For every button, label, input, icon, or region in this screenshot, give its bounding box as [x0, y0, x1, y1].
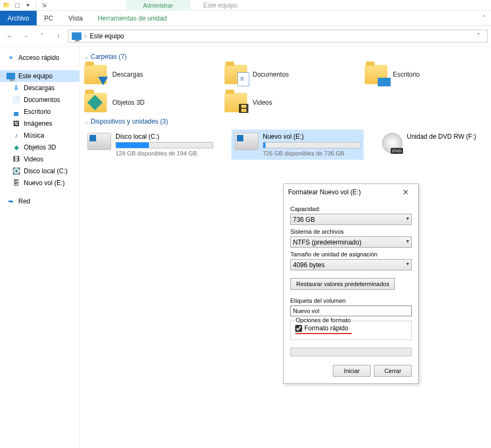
nav-network[interactable]: ➥ Red [0, 195, 79, 207]
drive-c-usage-bar [115, 142, 213, 148]
folder-downloads-icon [84, 65, 107, 84]
nav-desktop[interactable]: ▄ Escritorio [0, 106, 79, 118]
dialog-title: Formatear Nuevo vol (E:) [288, 188, 361, 196]
nav-documents[interactable]: 📄 Documentos [0, 94, 79, 106]
folder-objects3d-icon [84, 93, 107, 112]
folder-desktop[interactable]: Escritorio [365, 65, 483, 84]
capacity-label: Capacidad: [290, 206, 412, 212]
folder-videos-label: Videos [253, 99, 272, 106]
nav-this-pc-label: Este equipo [18, 72, 52, 80]
allocation-value: 4096 bytes [293, 261, 325, 269]
nav-documents-label: Documentos [24, 96, 60, 104]
format-dialog: Formatear Nuevo vol (E:) ✕ Capacidad: 73… [283, 184, 419, 384]
start-button[interactable]: Iniciar [333, 365, 371, 377]
capacity-value: 736 GB [293, 216, 315, 223]
group-drives-label: Dispositivos y unidades (3) [91, 118, 168, 125]
nav-this-pc[interactable]: Este equipo [0, 70, 79, 82]
close-button[interactable]: ✕ [398, 188, 414, 196]
tab-file[interactable]: Archivo [0, 11, 37, 25]
format-options-legend: Opciones de formato [294, 317, 352, 323]
quick-format-checkbox[interactable] [295, 325, 302, 332]
nav-up-button[interactable]: ↑ [52, 30, 65, 43]
close-dialog-button[interactable]: Cerrar [374, 365, 412, 377]
annotation-underline [295, 333, 352, 334]
chevron-right-icon[interactable]: › [85, 33, 86, 39]
music-icon: ♪ [12, 131, 21, 140]
qat-showcommands-icon[interactable]: ⇲ [39, 1, 48, 10]
breadcrumb-this-pc[interactable]: Este equipo [90, 32, 124, 40]
address-bar[interactable]: › Este equipo ˅ [68, 30, 488, 43]
drive-c[interactable]: Disco local (C:) 128 GB disponibles de 1… [84, 130, 216, 160]
group-folders-header[interactable]: ⌄ Carpetas (7) [84, 53, 487, 60]
tab-pc[interactable]: PC [37, 11, 61, 25]
nav-network-label: Red [18, 198, 30, 205]
qat-folder-icon: 📁 [2, 1, 11, 10]
document-icon: 📄 [12, 96, 21, 104]
desktop-icon: ▄ [12, 107, 21, 116]
nav-downloads[interactable]: ⇩ Descargas [0, 82, 79, 94]
ribbon-collapse-icon[interactable]: ˄ [477, 11, 491, 25]
nav-videos-label: Videos [24, 155, 43, 163]
nav-objects3d[interactable]: ◆ Objetos 3D [0, 141, 79, 153]
nav-videos[interactable]: 🎞 Videos [0, 153, 79, 165]
drive-e[interactable]: Nuevo vol (E:) 726 GB disponibles de 736… [231, 130, 364, 160]
folder-objects3d[interactable]: Objetos 3D [84, 93, 203, 112]
nav-vol-e-label: Nuevo vol (E:) [24, 179, 65, 187]
tab-drive-tools[interactable]: Herramientas de unidad [90, 11, 174, 25]
drive-c-freespace: 128 GB disponibles de 194 GB [115, 150, 213, 157]
capacity-combo[interactable]: 736 GB [290, 214, 412, 225]
drive-dvd-name: Unidad de DVD RW (F:) [407, 133, 483, 140]
nav-quick-access[interactable]: ✶ Acceso rápido [0, 52, 79, 64]
address-row: ← → ˅ ↑ › Este equipo ˅ [0, 26, 491, 46]
restore-defaults-button[interactable]: Restaurar valores predeterminados [290, 278, 395, 290]
folder-documents-icon [224, 65, 247, 84]
allocation-label: Tamaño de unidad de asignación [290, 251, 412, 257]
folder-videos[interactable]: Videos [224, 93, 343, 112]
drive-icon: 💽 [12, 167, 21, 175]
drive-icon: 🗄 [12, 179, 21, 187]
ribbon-tabs: Archivo PC Vista Herramientas de unidad … [0, 11, 491, 26]
download-icon: ⇩ [12, 84, 21, 92]
hdd-icon [235, 133, 258, 150]
star-icon: ✶ [6, 53, 15, 62]
filesystem-combo[interactable]: NTFS (predeterminado) [290, 236, 412, 248]
group-drives-header[interactable]: ⌄ Dispositivos y unidades (3) [84, 118, 487, 125]
ribbon-context-title: Administrar [126, 0, 190, 11]
hdd-icon [87, 133, 111, 150]
nav-forward-button[interactable]: → [19, 30, 32, 43]
chevron-down-icon: ⌄ [84, 119, 88, 125]
volume-label-label: Etiqueta del volumen [290, 297, 412, 304]
folder-desktop-label: Escritorio [393, 71, 420, 78]
address-dropdown-icon[interactable]: ˅ [473, 32, 484, 40]
nav-desktop-label: Escritorio [24, 108, 51, 116]
volume-label-input[interactable] [290, 306, 412, 316]
video-icon: 🎞 [12, 155, 21, 164]
folder-downloads[interactable]: Descargas [84, 65, 203, 84]
qat-dropdown-icon[interactable]: ▾ [24, 1, 32, 10]
monitor-icon [6, 73, 15, 79]
tab-view[interactable]: Vista [61, 11, 90, 25]
nav-recent-dropdown[interactable]: ˅ [36, 30, 49, 43]
drive-dvd[interactable]: Unidad de DVD RW (F:) [379, 130, 487, 160]
window-titlebar: 📁 ▢ ▾ ⇲ Administrar Este equipo [0, 0, 491, 11]
nav-music[interactable]: ♪ Música [0, 130, 79, 141]
folder-documents-label: Documentos [253, 71, 289, 78]
folder-objects3d-label: Objetos 3D [112, 99, 145, 106]
nav-disk-c[interactable]: 💽 Disco local (C:) [0, 165, 79, 177]
nav-vol-e[interactable]: 🗄 Nuevo vol (E:) [0, 177, 79, 189]
folder-documents[interactable]: Documentos [224, 65, 343, 84]
chevron-down-icon: ⌄ [84, 54, 88, 60]
drive-e-name: Nuevo vol (E:) [263, 133, 360, 140]
ribbon-disabled-title: Este equipo [203, 2, 237, 9]
dvd-icon [382, 133, 403, 153]
format-options-fieldset: Opciones de formato Formato rápido [290, 321, 412, 340]
navigation-pane: ✶ Acceso rápido Este equipo ⇩ Descargas … [0, 46, 80, 448]
dialog-titlebar[interactable]: Formatear Nuevo vol (E:) ✕ [284, 184, 418, 200]
quick-format-row[interactable]: Formato rápido [295, 324, 407, 332]
allocation-combo[interactable]: 4096 bytes [290, 259, 412, 270]
this-pc-icon [72, 32, 81, 40]
network-icon: ➥ [6, 197, 15, 206]
nav-back-button[interactable]: ← [3, 30, 16, 43]
nav-downloads-label: Descargas [24, 84, 54, 92]
nav-pictures[interactable]: 🖼 Imágenes [0, 118, 79, 130]
